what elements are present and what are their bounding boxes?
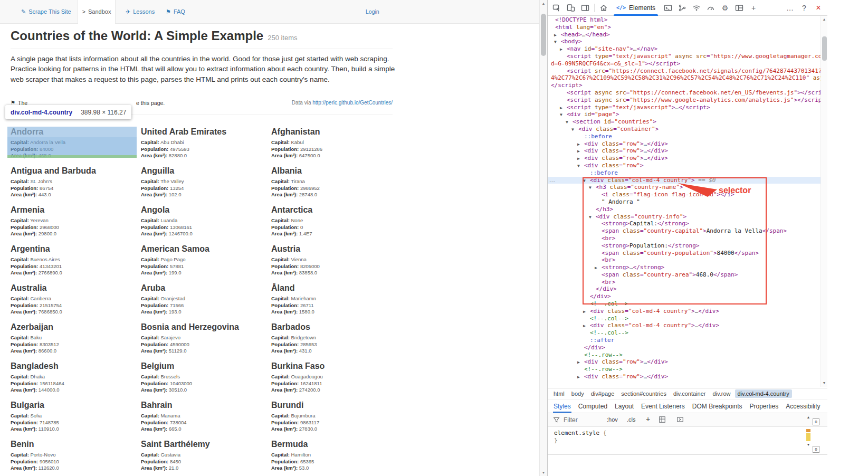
scroll-down-icon[interactable]: ▼ xyxy=(821,381,827,385)
network-icon[interactable] xyxy=(690,1,703,15)
expand-arrow-open-icon[interactable]: ▼ xyxy=(589,184,596,192)
tree-node[interactable]: </div> xyxy=(548,344,822,351)
inspect-icon[interactable] xyxy=(550,1,564,15)
tree-node[interactable]: <br> xyxy=(548,256,822,264)
toggle-element-class[interactable]: .cls xyxy=(627,416,636,423)
tree-node[interactable]: ▼<div id="page"> xyxy=(548,111,822,118)
page-scrollbar[interactable]: ▲ ▼ xyxy=(539,0,547,476)
tree-node[interactable]: ▶<strong>…</strong> xyxy=(548,264,822,271)
tree-node[interactable]: </div> xyxy=(548,285,822,293)
tree-node[interactable]: <!DOCTYPE html> xyxy=(548,16,822,24)
scroll-down-icon[interactable]: ▼ xyxy=(805,443,812,446)
tab-dom-breakpoints[interactable]: DOM Breakpoints xyxy=(689,399,746,413)
tree-node[interactable]: ::before xyxy=(548,169,822,177)
tree-node[interactable]: <!--.col--> xyxy=(548,300,822,308)
scroll-up-icon[interactable]: ▲ xyxy=(805,415,812,419)
tree-node[interactable]: ▶<div class="row">…</div> xyxy=(548,358,822,366)
expand-arrow-closed-icon[interactable]: ▶ xyxy=(577,141,584,148)
tree-node[interactable]: ▶<div class="row">…</div> xyxy=(548,373,822,380)
expand-arrow-open-icon[interactable]: ▼ xyxy=(560,111,567,119)
device-toolbar-icon[interactable] xyxy=(564,1,578,15)
tree-node[interactable]: <!--.col--> xyxy=(548,329,822,337)
tree-node[interactable]: </script> xyxy=(548,82,822,89)
tab-properties[interactable]: Properties xyxy=(746,399,783,413)
scroll-down-icon[interactable]: ▼ xyxy=(540,471,547,474)
expand-arrow-open-icon[interactable]: ▼ xyxy=(571,126,578,134)
help-icon[interactable]: ? xyxy=(797,1,811,15)
expand-arrow-closed-icon[interactable]: ▶ xyxy=(583,308,590,316)
expand-arrow-open-icon[interactable]: ▼ xyxy=(554,39,561,46)
breadcrumb-item[interactable]: div.row xyxy=(710,389,733,398)
tab-accessibility[interactable]: Accessibility xyxy=(782,399,824,413)
tree-node[interactable]: ::before xyxy=(548,133,822,140)
tab-event-listeners[interactable]: Event Listeners xyxy=(637,399,689,413)
tree-scrollbar[interactable]: ▲ ▼ xyxy=(821,16,827,387)
tree-node[interactable]: <html lang="en"> xyxy=(548,24,822,31)
breadcrumb-item[interactable]: section#countries xyxy=(618,389,669,398)
nav-item-sandbox[interactable]: >Sandbox xyxy=(78,0,116,24)
expand-arrow-closed-icon[interactable]: ▶ xyxy=(577,359,584,366)
computed-styles-sidebar-icon[interactable] xyxy=(676,416,684,423)
tree-node[interactable]: <br> xyxy=(548,235,822,242)
tree-node[interactable]: ▼<body> xyxy=(548,38,822,45)
tree-node[interactable]: <span class="country-capital">Andorra la… xyxy=(548,227,822,235)
expand-arrow-closed-icon[interactable]: ▶ xyxy=(554,32,561,39)
close-devtools-icon[interactable]: × xyxy=(812,1,825,15)
tab-styles[interactable]: Styles xyxy=(550,399,575,413)
styles-scrollbar[interactable]: ▲ 0 ▼ 0 xyxy=(805,415,824,454)
tree-node[interactable]: <br> xyxy=(548,279,822,286)
grid-overlay-icon[interactable] xyxy=(659,416,666,423)
tree-node[interactable]: <!--.col--> xyxy=(548,315,822,322)
tree-node[interactable]: ▶<head>…</head> xyxy=(548,31,822,39)
tree-node[interactable]: d=G-09N5RQCFG4&cx=c&_slc=1"></script> xyxy=(548,60,822,68)
expand-arrow-open-icon[interactable]: ▼ xyxy=(583,177,590,185)
scroll-up-icon[interactable]: ▲ xyxy=(540,2,547,5)
tree-node[interactable]: 4%2C77%2C6?%2C109%2C59%2C58%2C31%2C96%2C… xyxy=(548,74,822,82)
tree-node[interactable]: ▶<div class="row">…</div> xyxy=(548,147,822,155)
tree-node[interactable]: ▶<script type="text/javascript">…</scrip… xyxy=(548,104,822,111)
expand-arrow-closed-icon[interactable]: ▶ xyxy=(560,104,567,112)
tree-node[interactable]: <span class="country-population">84000</… xyxy=(548,250,822,257)
nav-brand[interactable]: ✎Scrape This Site xyxy=(21,0,71,24)
expand-arrow-closed-icon[interactable]: ▶ xyxy=(583,322,590,330)
tree-node[interactable]: </h3> xyxy=(548,206,822,213)
tree-node[interactable]: <strong>Population:</strong> xyxy=(548,242,822,250)
breadcrumb-item[interactable]: div.container xyxy=(671,389,709,398)
tree-node[interactable]: ▼<div class="country-info"> xyxy=(548,213,822,221)
expand-arrow-open-icon[interactable]: ▼ xyxy=(577,163,584,170)
tree-node[interactable]: ▼<section id="countries"> xyxy=(548,118,822,126)
performance-icon[interactable] xyxy=(704,1,718,15)
tree-node[interactable]: " Andorra " xyxy=(548,198,822,206)
tree-node[interactable]: ▶<nav id="site-nav">…</nav> xyxy=(548,45,822,53)
home-tab-icon[interactable] xyxy=(597,1,611,15)
scrollbar-thumb[interactable] xyxy=(822,36,827,61)
expand-arrow-open-icon[interactable]: ▼ xyxy=(589,214,596,221)
panel-layout-icon[interactable] xyxy=(578,1,592,15)
filter-input[interactable]: Filter xyxy=(564,416,578,424)
expand-arrow-closed-icon[interactable]: ▶ xyxy=(577,148,584,155)
settings-icon[interactable]: ⚙ xyxy=(718,1,732,15)
more-options-icon[interactable]: … xyxy=(783,1,797,15)
tree-node[interactable]: <script async src="https://connect.faceb… xyxy=(548,89,822,97)
tree-node[interactable]: <script src="https://connect.facebook.ne… xyxy=(548,68,822,75)
breadcrumb-item[interactable]: div#page xyxy=(588,389,617,398)
scrollbar-thumb[interactable] xyxy=(541,14,546,56)
tree-node[interactable]: <strong>Capital:</strong> xyxy=(548,220,822,227)
tree-node[interactable]: </div> xyxy=(548,293,822,300)
tree-node[interactable]: ▶<div class="col-md-4 country">…</div> xyxy=(548,322,822,329)
expand-arrow-closed-icon[interactable]: ▶ xyxy=(595,264,602,272)
tree-node[interactable]: <span class="country-area">468.0</span> xyxy=(548,271,822,279)
tab-computed[interactable]: Computed xyxy=(575,399,611,413)
tree-node[interactable]: ::after xyxy=(548,337,822,344)
tree-node[interactable]: <!--.row--> xyxy=(548,351,822,359)
toggle-hover-state[interactable]: :hov xyxy=(607,416,618,423)
tree-node[interactable]: ▶<div class="row">…</div> xyxy=(548,140,822,148)
layout-panels-icon[interactable] xyxy=(732,1,746,15)
tree-node[interactable]: ▼<div class="row"> xyxy=(548,162,822,169)
login-link[interactable]: Login xyxy=(366,0,379,24)
scroll-up-icon[interactable]: ▲ xyxy=(821,17,827,21)
expand-arrow-closed-icon[interactable]: ▶ xyxy=(577,155,584,163)
sources-icon[interactable] xyxy=(675,1,689,15)
add-tab-icon[interactable]: + xyxy=(747,1,760,15)
expand-arrow-open-icon[interactable]: ▼ xyxy=(566,119,573,126)
